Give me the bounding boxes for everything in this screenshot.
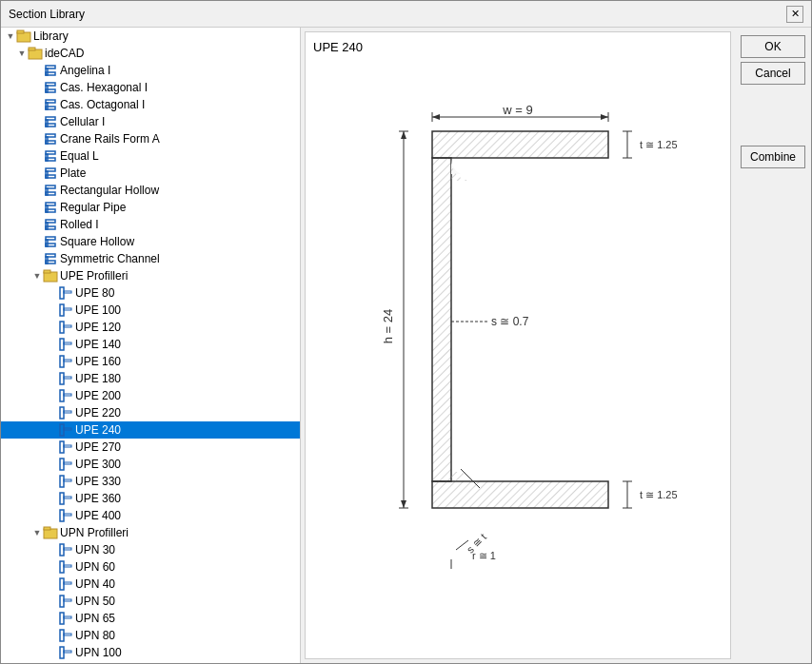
tree-item-label-30: UPN 40: [75, 577, 115, 591]
svg-text:t ≅ 1.25: t ≅ 1.25: [640, 489, 678, 500]
tree-item-29[interactable]: UPN 60: [1, 558, 300, 576]
tree-item-label-21: UPE 240: [75, 423, 121, 437]
tree-item-1[interactable]: Cas. Hexagonal I: [1, 79, 300, 96]
tree-item-28[interactable]: UPN 30: [1, 541, 300, 558]
tree-items-container: Angelina I Cas. Hexagonal I Cas. Octagon…: [1, 62, 300, 663]
tree-item-20[interactable]: UPE 220: [1, 404, 300, 421]
tree-item-label-5: Equal L: [60, 149, 99, 163]
expand-idecad-icon: ▼: [16, 48, 28, 59]
tree-idecad[interactable]: ▼ ideCAD: [1, 45, 300, 62]
svg-rect-63: [64, 462, 71, 464]
svg-rect-66: [60, 493, 64, 504]
tree-item-icon-27: [43, 525, 58, 540]
svg-rect-53: [64, 377, 71, 379]
svg-rect-93: [432, 131, 608, 158]
ok-button[interactable]: OK: [741, 35, 805, 58]
title-bar: Section Library ✕: [1, 1, 811, 28]
svg-text:h = 24: h = 24: [381, 309, 395, 344]
tree-item-icon-25: [58, 491, 73, 506]
expand-icon-12: ▼: [31, 270, 43, 282]
tree-item-24[interactable]: UPE 330: [1, 473, 300, 490]
svg-marker-101: [601, 114, 608, 120]
svg-rect-77: [64, 582, 71, 584]
svg-rect-81: [64, 616, 71, 618]
combine-button[interactable]: Combine: [741, 146, 805, 168]
dialog-body: ▼ Library ▼ ideCAD Angelina I: [1, 28, 811, 663]
tree-item-32[interactable]: UPN 65: [1, 610, 300, 627]
idecad-label: ideCAD: [45, 47, 84, 60]
svg-rect-75: [64, 565, 71, 567]
tree-item-17[interactable]: UPE 160: [1, 353, 300, 370]
tree-item-27[interactable]: ▼ UPN Profilleri: [1, 524, 300, 541]
svg-rect-43: [64, 291, 71, 293]
tree-item-label-11: Symmetric Channel: [60, 252, 160, 265]
tree-item-icon-24: [58, 474, 73, 489]
dialog-title: Section Library: [9, 8, 85, 21]
tree-item-icon-21: [58, 422, 73, 438]
tree-item-icon-1: [43, 80, 58, 95]
tree-item-19[interactable]: UPE 200: [1, 387, 300, 404]
tree-item-33[interactable]: UPN 80: [1, 627, 300, 644]
tree-item-label-7: Rectangular Hollow: [60, 184, 159, 197]
tree-item-icon-32: [58, 611, 73, 626]
tree-item-icon-20: [58, 405, 73, 420]
tree-item-label-9: Rolled I: [60, 218, 99, 231]
svg-rect-59: [64, 428, 71, 430]
tree-item-label-2: Cas. Octagonal I: [60, 98, 145, 111]
tree-item-30[interactable]: UPN 40: [1, 576, 300, 593]
svg-rect-47: [64, 325, 71, 327]
tree-item-12[interactable]: ▼ UPE Profilleri: [1, 267, 300, 284]
svg-rect-51: [64, 360, 71, 361]
svg-rect-3: [29, 48, 35, 50]
tree-item-icon-35: [58, 662, 73, 663]
tree-item-11[interactable]: Symmetric Channel: [1, 250, 300, 267]
tree-item-5[interactable]: Equal L: [1, 147, 300, 165]
svg-rect-64: [60, 476, 64, 487]
tree-item-16[interactable]: UPE 140: [1, 336, 300, 353]
tree-item-2[interactable]: Cas. Octagonal I: [1, 96, 300, 113]
tree-item-label-13: UPE 80: [75, 286, 114, 300]
tree-item-22[interactable]: UPE 270: [1, 439, 300, 456]
tree-item-35[interactable]: UPN 120: [1, 661, 300, 663]
svg-rect-45: [64, 308, 71, 310]
cancel-button[interactable]: Cancel: [741, 62, 805, 85]
svg-text:t ≅ 1.25: t ≅ 1.25: [640, 139, 678, 150]
svg-text:r ≅ 1: r ≅ 1: [472, 550, 496, 561]
svg-rect-60: [60, 441, 64, 453]
tree-item-25[interactable]: UPE 360: [1, 490, 300, 507]
tree-item-label-28: UPN 30: [75, 543, 115, 557]
tree-item-icon-33: [58, 628, 73, 643]
library-folder-icon: [16, 29, 31, 44]
tree-root-library[interactable]: ▼ Library: [1, 28, 300, 45]
tree-item-4[interactable]: Crane Rails Form A: [1, 130, 300, 147]
tree-item-6[interactable]: Plate: [1, 165, 300, 182]
tree-item-label-34: UPN 100: [75, 646, 122, 659]
tree-item-7[interactable]: Rectangular Hollow: [1, 182, 300, 199]
tree-item-21[interactable]: UPE 240: [1, 421, 300, 439]
tree-item-10[interactable]: Square Hollow: [1, 233, 300, 250]
tree-item-18[interactable]: UPE 180: [1, 370, 300, 387]
tree-item-label-23: UPE 300: [75, 458, 121, 471]
tree-item-8[interactable]: Regular Pipe: [1, 199, 300, 216]
tree-item-9[interactable]: Rolled I: [1, 216, 300, 233]
svg-rect-58: [60, 424, 64, 436]
svg-rect-67: [64, 497, 71, 498]
tree-item-34[interactable]: UPN 100: [1, 644, 300, 661]
svg-rect-94: [432, 158, 451, 481]
tree-item-14[interactable]: UPE 100: [1, 302, 300, 319]
tree-item-13[interactable]: UPE 80: [1, 284, 300, 302]
tree-item-icon-34: [58, 645, 73, 660]
tree-item-0[interactable]: Angelina I: [1, 62, 300, 79]
tree-item-31[interactable]: UPN 50: [1, 593, 300, 610]
tree-item-3[interactable]: Cellular I: [1, 113, 300, 130]
tree-item-icon-17: [58, 354, 73, 369]
expand-icon-27: ▼: [31, 527, 43, 538]
tree-item-label-26: UPE 400: [75, 509, 121, 522]
svg-rect-71: [44, 527, 50, 530]
tree-item-23[interactable]: UPE 300: [1, 456, 300, 473]
tree-item-26[interactable]: UPE 400: [1, 507, 300, 524]
svg-rect-82: [60, 630, 64, 641]
close-button[interactable]: ✕: [786, 6, 803, 23]
tree-item-15[interactable]: UPE 120: [1, 319, 300, 336]
svg-rect-73: [64, 548, 71, 550]
